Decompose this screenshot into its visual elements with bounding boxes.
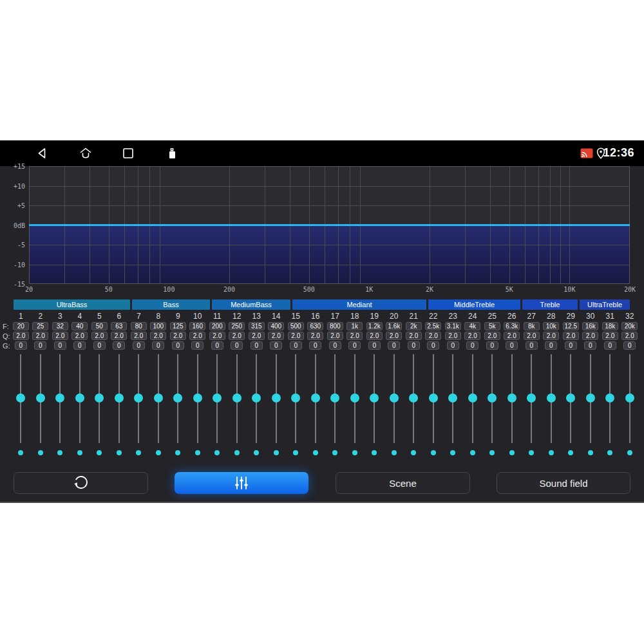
band-frequency-value[interactable]: 400: [268, 322, 284, 330]
band-gain-value[interactable]: 0: [15, 341, 27, 350]
band-q-value[interactable]: 2.0: [170, 332, 186, 340]
band-gain-value[interactable]: 0: [93, 341, 106, 350]
band-frequency-value[interactable]: 5k: [484, 322, 500, 330]
band-q-value[interactable]: 2.0: [406, 332, 422, 340]
band-gain-value[interactable]: 0: [54, 341, 66, 350]
band-gain-value[interactable]: 0: [506, 341, 518, 350]
band-slider-thumb[interactable]: [75, 393, 84, 402]
band-gain-value[interactable]: 0: [270, 341, 282, 350]
band-gain-value[interactable]: 0: [388, 341, 400, 350]
band-slider-thumb[interactable]: [291, 393, 300, 402]
band-gain-value[interactable]: 0: [290, 341, 302, 350]
band-frequency-value[interactable]: 40: [71, 322, 88, 330]
band-q-value[interactable]: 2.0: [582, 332, 598, 340]
band-slider-thumb[interactable]: [409, 393, 418, 402]
band-q-value[interactable]: 2.0: [268, 332, 284, 340]
band-group-treble[interactable]: Treble: [522, 299, 578, 310]
band-q-value[interactable]: 2.0: [111, 332, 127, 340]
band-slider-thumb[interactable]: [95, 393, 104, 402]
band-gain-value[interactable]: 0: [623, 341, 636, 350]
band-q-value[interactable]: 2.0: [602, 332, 618, 340]
band-slider-thumb[interactable]: [213, 393, 222, 402]
band-slider-thumb[interactable]: [16, 393, 25, 402]
band-gain-value[interactable]: 0: [73, 341, 86, 350]
band-q-value[interactable]: 2.0: [209, 332, 225, 340]
reset-button[interactable]: [14, 472, 148, 494]
band-slider-thumb[interactable]: [605, 393, 614, 402]
band-frequency-value[interactable]: 10k: [543, 322, 559, 330]
band-q-value[interactable]: 2.0: [543, 332, 559, 340]
band-q-value[interactable]: 2.0: [464, 332, 480, 340]
band-slider-thumb[interactable]: [134, 393, 143, 402]
band-gain-value[interactable]: 0: [348, 341, 361, 350]
band-slider-thumb[interactable]: [507, 393, 516, 402]
band-frequency-value[interactable]: 8k: [524, 322, 540, 330]
back-icon[interactable]: [35, 146, 50, 160]
band-slider-thumb[interactable]: [566, 393, 575, 402]
band-gain-value[interactable]: 0: [584, 341, 596, 350]
band-frequency-value[interactable]: 20k: [621, 322, 638, 330]
band-frequency-value[interactable]: 500: [288, 322, 304, 330]
band-frequency-value[interactable]: 3.1k: [445, 322, 461, 330]
band-q-value[interactable]: 2.0: [91, 332, 108, 340]
band-frequency-value[interactable]: 2k: [406, 322, 422, 330]
band-frequency-value[interactable]: 32: [52, 322, 68, 330]
band-gain-value[interactable]: 0: [251, 341, 263, 350]
band-frequency-value[interactable]: 800: [327, 322, 343, 330]
band-frequency-value[interactable]: 50: [91, 322, 108, 330]
band-q-value[interactable]: 2.0: [150, 332, 166, 340]
band-gain-value[interactable]: 0: [172, 341, 184, 350]
equalizer-button[interactable]: [175, 472, 308, 494]
band-q-value[interactable]: 2.0: [32, 332, 48, 340]
band-q-value[interactable]: 2.0: [366, 332, 383, 340]
band-frequency-value[interactable]: 100: [150, 322, 166, 330]
band-q-value[interactable]: 2.0: [327, 332, 343, 340]
band-frequency-value[interactable]: 1k: [346, 322, 363, 330]
band-slider-thumb[interactable]: [370, 393, 379, 402]
band-q-value[interactable]: 2.0: [445, 332, 461, 340]
band-frequency-value[interactable]: 80: [131, 322, 147, 330]
band-gain-value[interactable]: 0: [427, 341, 439, 350]
band-gain-value[interactable]: 0: [368, 341, 381, 350]
band-frequency-value[interactable]: 250: [229, 322, 245, 330]
band-slider-thumb[interactable]: [272, 393, 281, 402]
band-group-mediant[interactable]: Mediant: [292, 299, 426, 310]
band-slider-thumb[interactable]: [625, 393, 634, 402]
band-frequency-value[interactable]: 25: [32, 322, 48, 330]
band-frequency-value[interactable]: 18k: [602, 322, 618, 330]
band-q-value[interactable]: 2.0: [71, 332, 88, 340]
band-group-bass[interactable]: Bass: [132, 299, 210, 310]
band-slider-thumb[interactable]: [390, 393, 399, 402]
band-frequency-value[interactable]: 1.6k: [386, 322, 402, 330]
band-gain-value[interactable]: 0: [545, 341, 557, 350]
band-q-value[interactable]: 2.0: [425, 332, 441, 340]
band-frequency-value[interactable]: 6.3k: [504, 322, 520, 330]
band-slider-thumb[interactable]: [350, 393, 359, 402]
band-slider-thumb[interactable]: [547, 393, 556, 402]
band-frequency-value[interactable]: 12.5: [563, 322, 579, 330]
band-q-value[interactable]: 2.0: [386, 332, 402, 340]
band-gain-value[interactable]: 0: [309, 341, 321, 350]
band-gain-value[interactable]: 0: [191, 341, 204, 350]
band-frequency-value[interactable]: 160: [189, 322, 205, 330]
band-frequency-value[interactable]: 315: [249, 322, 265, 330]
band-gain-value[interactable]: 0: [211, 341, 223, 350]
band-q-value[interactable]: 2.0: [504, 332, 520, 340]
band-gain-value[interactable]: 0: [34, 341, 46, 350]
sound-field-button[interactable]: Sound field: [497, 472, 630, 494]
scene-button[interactable]: Scene: [336, 472, 470, 494]
band-gain-value[interactable]: 0: [604, 341, 616, 350]
band-slider-thumb[interactable]: [232, 393, 242, 402]
band-frequency-value[interactable]: 630: [307, 322, 323, 330]
band-slider-thumb[interactable]: [330, 393, 339, 402]
band-frequency-value[interactable]: 200: [209, 322, 225, 330]
band-group-ultrabass[interactable]: UltraBass: [14, 299, 130, 310]
band-q-value[interactable]: 2.0: [288, 332, 304, 340]
band-slider-thumb[interactable]: [36, 393, 45, 402]
band-q-value[interactable]: 2.0: [563, 332, 579, 340]
band-slider-thumb[interactable]: [527, 393, 536, 402]
recents-icon[interactable]: [121, 146, 135, 160]
band-slider-thumb[interactable]: [468, 393, 477, 402]
band-slider-thumb[interactable]: [311, 393, 320, 402]
band-q-value[interactable]: 2.0: [621, 332, 638, 340]
